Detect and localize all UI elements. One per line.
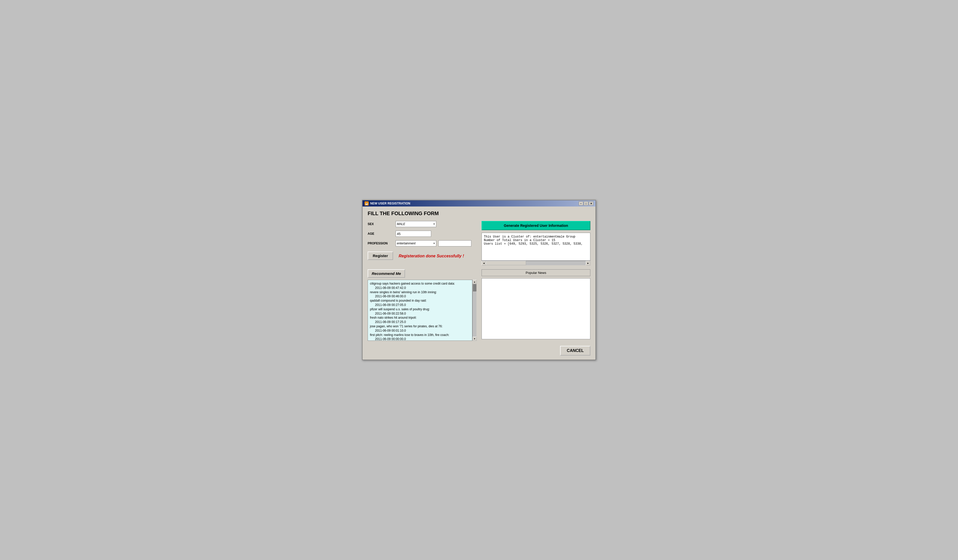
profession-row: PROFESSION entertainment technology fina… [368,240,476,246]
sex-select-wrapper: MALE FEMALE [396,221,436,227]
bottom-actions: CANCEL [368,343,590,355]
news-item: revere singles in twins' winning run in … [370,290,470,299]
generate-button[interactable]: Generate Registered User Information [482,221,590,230]
main-window: ☕ NEW USER REGISTRATION − □ ✕ FILL THE F… [362,200,596,360]
close-button[interactable]: ✕ [589,201,593,206]
profession-select[interactable]: entertainment technology finance healthc… [396,240,436,246]
popular-news-box [482,278,590,339]
info-box: This User is a Cluster of: entertainment… [482,233,590,261]
news-scroll-down[interactable]: ▼ [473,337,477,341]
bottom-left-panel: Recommend Me citigroup says hackers gain… [368,269,476,341]
news-scroll-track[interactable] [473,284,476,337]
content-area: FILL THE FOLLOWING FORM SEX MALE FEMALE [363,206,595,360]
recommend-button[interactable]: Recommend Me [368,269,405,278]
profession-label: PROFESSION [368,241,396,245]
scroll-right-arrow[interactable]: ► [586,261,590,265]
age-row: AGE [368,231,476,237]
news-scroll-up[interactable]: ▲ [473,280,477,284]
profession-select-wrapper: entertainment technology finance healthc… [396,240,436,246]
scroll-thumb [486,261,526,265]
bottom-right-panel: Popular News [482,269,590,341]
title-controls: − □ ✕ [579,201,593,206]
news-item: pfizer will suspend u.s. sales of poultr… [370,307,470,316]
register-row: Register Registeration done Successfully… [368,250,476,260]
sex-row: SEX MALE FEMALE [368,221,476,227]
age-label: AGE [368,232,396,235]
left-panel: SEX MALE FEMALE AGE PROFESSION [368,221,476,265]
news-item: citigroup says hackers gained access to … [370,282,470,290]
news-list: citigroup says hackers gained access to … [368,280,473,341]
news-item: qaddafi compound is pounded in day raid:… [370,298,470,307]
profession-extra-field [438,240,471,246]
bottom-section: Recommend Me citigroup says hackers gain… [368,269,590,341]
minimize-button[interactable]: − [579,201,583,206]
profession-input-group: entertainment technology finance healthc… [396,240,471,246]
main-layout: SEX MALE FEMALE AGE PROFESSION [368,221,590,265]
news-item: fresh nato strikes hit around tripoli:20… [370,316,470,324]
form-heading: FILL THE FOLLOWING FORM [368,211,590,216]
cancel-button[interactable]: CANCEL [560,346,590,355]
news-item: first pitch: reeling marlins lose to bra… [370,333,470,341]
info-scrollbar: ◄ ► [482,261,590,265]
maximize-button[interactable]: □ [584,201,588,206]
news-scroll-thumb [473,284,476,292]
age-input[interactable] [396,231,431,237]
news-list-container: citigroup says hackers gained access to … [368,280,476,341]
right-panel: Generate Registered User Information Thi… [482,221,590,265]
scroll-left-arrow[interactable]: ◄ [482,261,486,265]
sex-label: SEX [368,222,396,226]
app-icon: ☕ [365,201,369,206]
news-scrollbar: ▲ ▼ [473,280,476,341]
info-line3: Users list = [649, 5293, 5325, 5326, 532… [484,242,588,246]
info-line2: Number of Total Users in a Cluster = 15 [484,238,588,242]
success-message: Registeration done Successfully ! [399,254,464,259]
title-bar: ☕ NEW USER REGISTRATION − □ ✕ [363,200,595,206]
sex-select[interactable]: MALE FEMALE [396,221,436,227]
title-bar-left: ☕ NEW USER REGISTRATION [365,201,410,206]
news-item: jose pagan, who won '71 series for pirat… [370,324,470,333]
window-title: NEW USER REGISTRATION [370,201,410,205]
popular-news-button[interactable]: Popular News [482,269,590,276]
register-button[interactable]: Register [368,252,393,260]
scroll-track[interactable] [486,261,586,265]
info-line1: This User is a Cluster of: entertainment… [484,235,588,238]
